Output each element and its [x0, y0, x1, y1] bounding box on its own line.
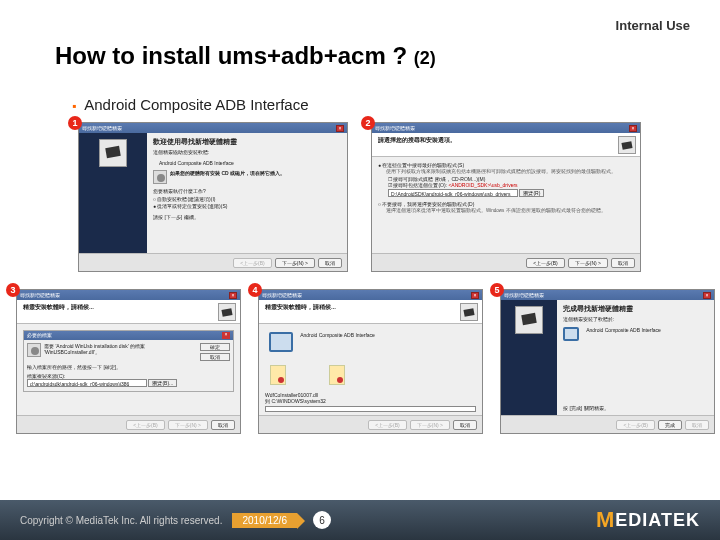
file-copy-area [265, 360, 476, 390]
window-titlebar: 尋找新增硬體精靈 × [372, 123, 640, 133]
back-button[interactable]: <上一步(B) [526, 258, 565, 268]
copyright-text: Copyright © MediaTek Inc. All rights res… [20, 515, 222, 526]
wizard-sidebar [501, 300, 557, 415]
cd-icon [153, 170, 167, 184]
window-titlebar: 尋找新增硬體精靈 × [79, 123, 347, 133]
cancel-button[interactable]: 取消 [453, 420, 477, 430]
badge-4: 4 [248, 283, 262, 297]
radio-search[interactable]: 在這些位置中搜尋最好的驅動程式(S) [378, 162, 634, 168]
hardware-icon [99, 139, 127, 167]
badge-1: 1 [68, 116, 82, 130]
badge-2: 2 [361, 116, 375, 130]
hardware-icon [460, 303, 478, 321]
close-icon[interactable]: × [229, 292, 237, 299]
badge-5: 5 [490, 283, 504, 297]
hardware-icon [218, 303, 236, 321]
wizard-header: 精靈安裝軟體時，請稍候... [259, 300, 482, 324]
cancel-button[interactable]: 取消 [318, 258, 342, 268]
cancel-button[interactable]: 取消 [211, 420, 235, 430]
radio-list[interactable]: 從清單或特定位置安裝(進階)(S) [153, 203, 341, 210]
wizard-content: 完成尋找新增硬體精靈 這個精靈安裝了軟體於: Android Composite… [557, 300, 714, 415]
monitor-icon [269, 332, 293, 352]
continue-text: 請按 [下一步] 繼續。 [153, 214, 341, 221]
wizard-heading: 精靈安裝軟體時，請稍候... [265, 303, 476, 312]
required-files-dialog: 必要的檔案 × 需要 'Android WinUsb installation … [23, 330, 234, 392]
button-row: <上一步(B) 下一步(N) > 取消 [79, 253, 347, 271]
opt-desc: 使用下列核取方塊來限制或擴充包括本機路徑和可卸除式媒體的預設搜尋。將安裝找到的最… [386, 169, 634, 174]
wizard-heading: 精靈安裝軟體時，請稍候... [23, 303, 234, 312]
finish-button[interactable]: 完成 [658, 420, 682, 430]
disk-icon [27, 343, 41, 357]
date-badge: 2010/12/6 [232, 513, 297, 528]
browse-button[interactable]: 瀏覽(R) [519, 189, 544, 197]
cd-hint: 如果您的硬體附有安裝 CD 或磁片，現在將它插入。 [170, 170, 285, 177]
hint-text: 輸入檔案所在的路徑，然後按一下 [確定]。 [27, 364, 230, 370]
window-title: 尋找新增硬體精靈 [504, 292, 544, 298]
close-icon[interactable]: × [471, 292, 479, 299]
path-input[interactable]: D:\AndroidSDK\android-sdk_r06-windows\us… [388, 189, 518, 197]
screenshot-4: 尋找新增硬體精靈 × 精靈安裝軟體時，請稍候... Android Compos… [258, 289, 483, 434]
device-name: Android Composite ADB Interface [586, 327, 661, 333]
mediatek-logo: MEDIATEK [596, 507, 700, 533]
device-name: Android Composite ADB Interface [300, 332, 375, 338]
screenshot-1: 尋找新增硬體精靈 × 歡迎使用尋找新增硬體精靈 這個精靈協助您安裝軟體: And… [78, 122, 348, 272]
next-button: 下一步(N) > [168, 420, 208, 430]
hardware-icon [515, 306, 543, 334]
wizard-sidebar [79, 133, 147, 253]
close-icon[interactable]: × [703, 292, 711, 299]
window-title: 尋找新增硬體精靈 [262, 292, 302, 298]
ok-button[interactable]: 確定 [200, 343, 230, 351]
badge-3: 3 [6, 283, 20, 297]
progress-bar [265, 406, 476, 412]
wizard-text: 這個精靈協助您安裝軟體: [153, 149, 341, 156]
path-input[interactable]: d:\androidsdk\android-sdk_r06-windows\i3… [27, 379, 147, 387]
wizard-header: 請選擇您的搜尋和安裝選項。 [372, 133, 640, 157]
file-icon [270, 365, 286, 385]
need-text: 需要 'Android WinUsb installation disk' 的檔… [44, 343, 200, 355]
back-button: <上一步(B) [616, 420, 655, 430]
radio-auto[interactable]: 自動安裝軟體(建議選項)(I) [153, 196, 341, 203]
button-row: <上一步(B) 下一步(N) > 取消 [259, 415, 482, 433]
close-icon[interactable]: × [336, 125, 344, 132]
monitor-icon [563, 327, 579, 341]
dest-path: 到 C:\WINDOWS\system32 [265, 398, 476, 404]
close-hint: 按 [完成] 關閉精靈。 [563, 405, 609, 412]
checkbox-location[interactable]: ☑ 搜尋時包括這個位置(O): <ANDROID_SDK>\usb_driver… [388, 182, 634, 188]
next-button[interactable]: 下一步(N) > [568, 258, 608, 268]
question-text: 您要精靈執行什麼工作? [153, 188, 341, 195]
hardware-icon [618, 136, 636, 154]
device-name: Android Composite ADB Interface [159, 160, 341, 167]
bullet-item: Android Composite ADB Interface [72, 96, 309, 113]
screenshot-2: 尋找新增硬體精靈 × 請選擇您的搜尋和安裝選項。 在這些位置中搜尋最好的驅動程式… [371, 122, 641, 272]
window-title: 尋找新增硬體精靈 [375, 125, 415, 131]
cancel-button[interactable]: 取消 [611, 258, 635, 268]
next-button: 下一步(N) > [410, 420, 450, 430]
dialog-title: 必要的檔案 [27, 332, 52, 339]
wizard-heading: 請選擇您的搜尋和安裝選項。 [378, 136, 634, 145]
button-row: <上一步(B) 完成 取消 [501, 415, 714, 433]
page-number: 6 [313, 511, 331, 529]
window-titlebar: 尋找新增硬體精靈 × [17, 290, 240, 300]
screenshot-3: 尋找新增硬體精靈 × 精靈安裝軟體時，請稍候... 必要的檔案 × 需要 'An… [16, 289, 241, 434]
wizard-heading: 完成尋找新增硬體精靈 [563, 304, 708, 313]
logo-m-icon: M [596, 507, 615, 533]
title-main: How to install ums+adb+acm ? [55, 42, 407, 69]
cancel-button[interactable]: 取消 [200, 353, 230, 361]
back-button: <上一步(B) [233, 258, 272, 268]
window-title: 尋找新增硬體精靈 [82, 125, 122, 131]
file-icon [329, 365, 345, 385]
slide-footer: Copyright © MediaTek Inc. All rights res… [0, 500, 720, 540]
browse-button[interactable]: 瀏覽(B)... [148, 379, 177, 387]
slide-title: How to install ums+adb+acm ? (2) [55, 42, 436, 70]
button-row: <上一步(B) 下一步(N) > 取消 [17, 415, 240, 433]
wizard-content: 歡迎使用尋找新增硬體精靈 這個精靈協助您安裝軟體: Android Compos… [147, 133, 347, 253]
next-button[interactable]: 下一步(N) > [275, 258, 315, 268]
window-title: 尋找新增硬體精靈 [20, 292, 60, 298]
close-icon[interactable]: × [222, 332, 230, 339]
screenshot-5: 尋找新增硬體精靈 × 完成尋找新增硬體精靈 這個精靈安裝了軟體於: Androi… [500, 289, 715, 434]
wizard-header: 精靈安裝軟體時，請稍候... [17, 300, 240, 324]
cancel-button: 取消 [685, 420, 709, 430]
radio-noSearch[interactable]: 不要搜尋，我將選擇要安裝的驅動程式(D) [378, 201, 634, 207]
wizard-heading: 歡迎使用尋找新增硬體精靈 [153, 137, 341, 146]
close-icon[interactable]: × [629, 125, 637, 132]
